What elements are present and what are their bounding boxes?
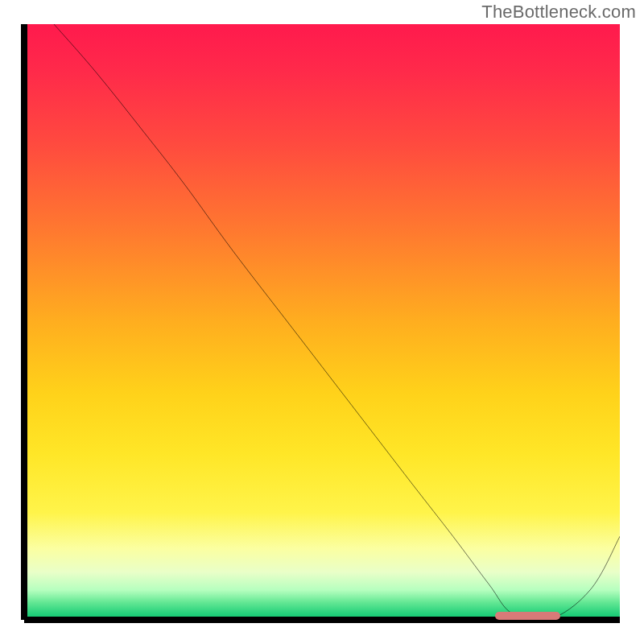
chart-container: TheBottleneck.com <box>0 0 644 644</box>
watermark-text: TheBottleneck.com <box>481 2 636 23</box>
plot-background-gradient <box>24 24 620 620</box>
